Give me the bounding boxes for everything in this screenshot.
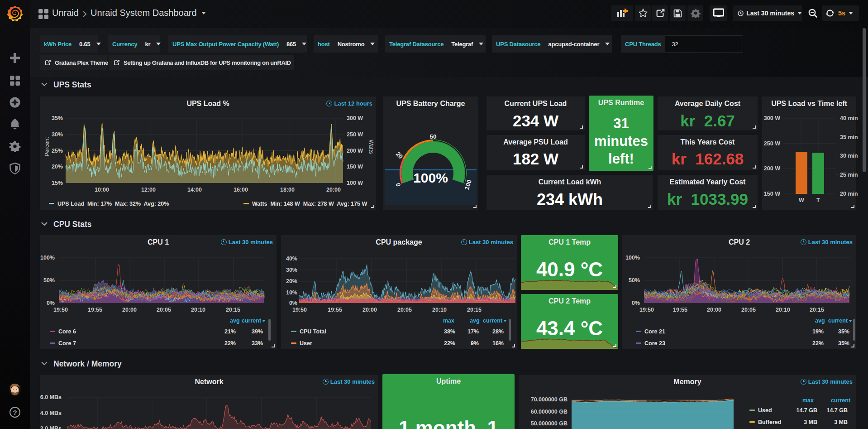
- svg-text:20: 20: [395, 150, 404, 160]
- svg-text:?: ?: [13, 409, 17, 416]
- svg-text:50: 50: [429, 133, 436, 140]
